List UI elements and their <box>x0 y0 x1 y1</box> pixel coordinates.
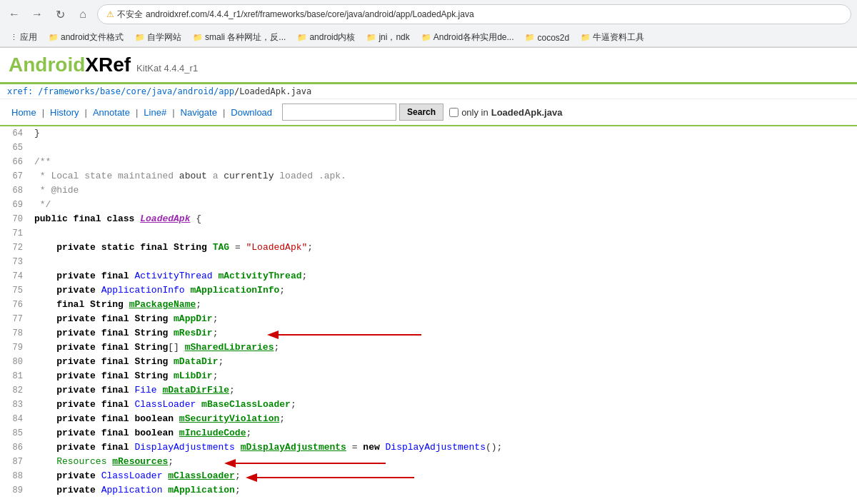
code-line-81: 81 private final String mLibDir; <box>0 369 857 383</box>
field-link[interactable]: mDataDirFile <box>162 385 229 395</box>
line-number[interactable]: 86 <box>0 440 29 455</box>
type-link[interactable]: ActivityThread <box>134 271 212 281</box>
line-number[interactable]: 83 <box>0 398 29 412</box>
back-button[interactable]: ← <box>6 6 23 23</box>
field-link[interactable]: mResources <box>112 456 168 467</box>
line-number[interactable]: 85 <box>0 426 29 440</box>
line-number[interactable]: 88 <box>0 469 29 483</box>
red-arrow-88 <box>243 470 414 490</box>
class-link[interactable]: LoadedApk <box>140 213 190 224</box>
bookmark-android-misc[interactable]: 📁 Android各种实用de... <box>417 30 518 45</box>
breadcrumb-frameworks[interactable]: /frameworks <box>38 86 94 96</box>
code-line-65: 65 <box>0 141 857 155</box>
type-link[interactable]: Application <box>101 485 163 495</box>
line-content: * @hide <box>29 183 79 198</box>
logo: AndroidXRefKitKat 4.4.4_r1 <box>9 54 198 76</box>
field-link[interactable]: mSecurityViolation <box>179 413 279 424</box>
field-link[interactable]: mPackageName <box>129 299 196 310</box>
line-number[interactable]: 65 <box>0 141 29 155</box>
line-number[interactable]: 66 <box>0 155 29 169</box>
nav-navigate[interactable]: Navigate <box>176 107 221 118</box>
line-number[interactable]: 74 <box>0 269 29 283</box>
code-line-67: 67 * Local state maintained about a curr… <box>0 169 857 183</box>
type-link[interactable]: File <box>134 385 156 395</box>
breadcrumb-base[interactable]: /base <box>95 86 121 96</box>
breadcrumb-java[interactable]: /java <box>146 86 172 96</box>
line-number[interactable]: 68 <box>0 183 29 198</box>
security-label: 不安全 <box>117 9 143 21</box>
line-content: private final ClassLoader mBaseClassLoad… <box>29 398 296 412</box>
field-link[interactable]: mSharedLibraries <box>185 342 274 353</box>
line-number[interactable]: 76 <box>0 298 29 312</box>
line-content: private final File mDataDirFile; <box>29 383 235 398</box>
line-number[interactable]: 82 <box>0 383 29 398</box>
line-number[interactable]: 70 <box>0 212 29 226</box>
bookmark-smali[interactable]: 📁 smali 各种网址，反... <box>189 30 290 45</box>
line-number[interactable]: 81 <box>0 369 29 383</box>
breadcrumb-core[interactable]: /core <box>121 86 146 96</box>
field-link[interactable]: mClassLoader <box>168 470 235 481</box>
reload-button[interactable]: ↻ <box>51 6 69 23</box>
bookmark-jni[interactable]: 📁 jni，ndk <box>362 30 414 45</box>
bookmark-apps[interactable]: ⋮ 应用 <box>6 30 41 45</box>
browser-chrome: ← → ↻ ⌂ ⚠ 不安全 androidxref.com/4.4.4_r1/x… <box>0 0 857 48</box>
field-link[interactable]: mIncludeCode <box>179 428 246 438</box>
nav-lineno[interactable]: Line# <box>139 107 171 118</box>
line-number[interactable]: 64 <box>0 126 29 141</box>
line-number[interactable]: 79 <box>0 341 29 355</box>
code-line-89: 89 private Application mApplication; <box>0 483 857 498</box>
type-link[interactable]: ClassLoader <box>101 470 163 481</box>
type-link[interactable]: DisplayAdjustments <box>134 442 234 453</box>
nav-home[interactable]: Home <box>7 107 41 118</box>
line-number[interactable]: 89 <box>0 483 29 498</box>
line-number[interactable]: 72 <box>0 241 29 255</box>
line-number[interactable]: 69 <box>0 198 29 212</box>
line-content: * Local state maintained about a current… <box>29 169 346 183</box>
type-link[interactable]: ClassLoader <box>134 399 196 410</box>
home-button[interactable]: ⌂ <box>74 6 91 23</box>
nav-history[interactable]: History <box>46 107 83 118</box>
line-content: */ <box>29 198 51 212</box>
search-button[interactable]: Search <box>399 104 443 121</box>
line-number[interactable]: 67 <box>0 169 29 183</box>
bookmark-cocos2d[interactable]: 📁 cocos2d <box>521 31 573 44</box>
line-number[interactable]: 78 <box>0 326 29 341</box>
bookmark-label: Android各种实用de... <box>433 31 514 44</box>
nav-download[interactable]: Download <box>226 107 276 118</box>
red-arrow-78 <box>264 328 421 347</box>
line-number[interactable]: 84 <box>0 412 29 426</box>
code-line-82: 82 private final File mDataDirFile; <box>0 383 857 398</box>
field-link[interactable]: mDisplayAdjustments <box>241 442 346 453</box>
bookmark-study[interactable]: 📁 自学网站 <box>131 30 186 45</box>
nav-sep-5: | <box>223 107 225 118</box>
breadcrumb-xref-link[interactable]: xref: <box>7 86 33 96</box>
line-content <box>29 226 40 241</box>
line-number[interactable]: 77 <box>0 312 29 326</box>
forward-button[interactable]: → <box>29 6 46 23</box>
line-number[interactable]: 75 <box>0 283 29 298</box>
only-checkbox[interactable] <box>449 108 458 117</box>
code-line-83: 83 private final ClassLoader mBaseClassL… <box>0 398 857 412</box>
address-bar[interactable]: ⚠ 不安全 androidxref.com/4.4.4_r1/xref/fram… <box>97 4 851 24</box>
arrow-svg-88 <box>243 470 414 485</box>
line-content: final String mPackageName; <box>29 298 201 312</box>
breadcrumb-android[interactable]: /android <box>172 86 214 96</box>
bookmark-android-kernel[interactable]: 📁 android内核 <box>293 30 359 45</box>
folder-icon: 📁 <box>525 33 535 42</box>
line-number[interactable]: 71 <box>0 226 29 241</box>
search-input[interactable] <box>282 104 396 121</box>
line-number[interactable]: 80 <box>0 355 29 369</box>
line-content: private Application mApplication; <box>29 483 241 498</box>
type-link[interactable]: ApplicationInfo <box>101 285 185 296</box>
logo-area: AndroidXRefKitKat 4.4.4_r1 <box>0 48 857 84</box>
line-content: private final ActivityThread mActivityTh… <box>29 269 307 283</box>
line-number[interactable]: 87 <box>0 455 29 469</box>
type-link[interactable]: DisplayAdjustments <box>386 442 486 453</box>
bookmark-tools[interactable]: 📁 牛逼资料工具 <box>576 30 648 45</box>
logo-xref: XRef <box>85 54 131 76</box>
breadcrumb-app[interactable]: /app <box>214 86 234 96</box>
bookmark-android-formats[interactable]: 📁 android文件格式 <box>44 30 128 45</box>
nav-annotate[interactable]: Annotate <box>89 107 134 118</box>
bookmark-label: 牛逼资料工具 <box>593 31 644 44</box>
line-number[interactable]: 73 <box>0 255 29 269</box>
